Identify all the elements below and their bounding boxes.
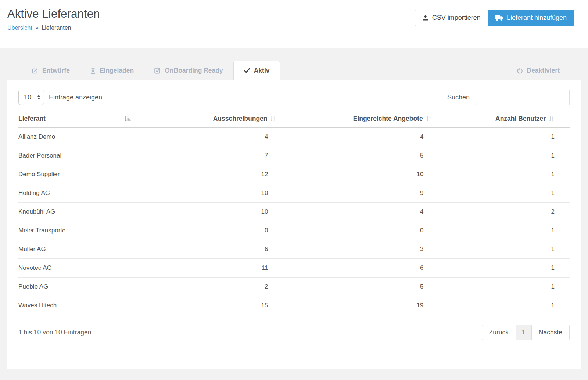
page-length-select[interactable]: 10 — [18, 90, 44, 105]
tenders-cell: 0 — [131, 221, 276, 240]
breadcrumb-separator: » — [35, 25, 39, 31]
offers-cell: 6 — [276, 259, 431, 278]
title-block: Aktive Lieferanten Übersicht » Lieferant… — [7, 7, 100, 48]
add-supplier-label: Lieferant hinzufügen — [507, 14, 567, 22]
supplier-status-tabs: Entwürfe Eingeladen OnBoarding Ready Akt… — [7, 61, 581, 80]
tab-label: Entwürfe — [42, 67, 70, 75]
offers-cell: 0 — [276, 221, 431, 240]
column-header-ausschreibungen[interactable]: Ausschreibungen — [131, 110, 276, 128]
pagination-page-1[interactable]: 1 — [516, 325, 532, 340]
tab-label: Deaktiviert — [527, 67, 560, 75]
tab-entwuerfe[interactable]: Entwürfe — [22, 61, 80, 80]
check-icon — [244, 68, 250, 73]
users-cell: 1 — [431, 278, 570, 296]
offers-cell: 3 — [276, 240, 431, 259]
tenders-cell: 4 — [131, 128, 276, 146]
table-header-row: Lieferant Ausschreibungen Eingereichte A… — [18, 110, 570, 128]
header-actions: CSV importieren Lieferant hinzufügen — [415, 7, 574, 48]
check-square-icon — [154, 68, 161, 74]
table-row[interactable]: Meier Transporte 0 0 1 — [18, 221, 570, 240]
tenders-cell: 12 — [131, 165, 276, 184]
sort-both-icon — [270, 116, 276, 122]
page-length-group: 10 Einträge anzeigen — [18, 90, 102, 105]
pencil-square-icon — [32, 68, 38, 74]
breadcrumb: Übersicht » Lieferanten — [7, 25, 100, 31]
supplier-name-cell: Demo Supplier — [18, 165, 131, 184]
supplier-name-cell: Holding AG — [18, 184, 131, 203]
tab-eingeladen[interactable]: Eingeladen — [80, 61, 144, 80]
column-header-eingereichte-angebote[interactable]: Eingereichte Angebote — [276, 110, 431, 128]
pagination: Zurück 1 Nächste — [482, 325, 570, 340]
tab-label: Eingeladen — [100, 67, 134, 75]
table-footer: 1 bis 10 von 10 Einträgen Zurück 1 Nächs… — [7, 315, 581, 340]
column-label: Anzahl Benutzer — [495, 115, 546, 122]
truck-icon — [495, 15, 503, 21]
column-header-lieferant[interactable]: Lieferant — [18, 110, 131, 128]
table-row[interactable]: Kneubühl AG 10 4 2 — [18, 203, 570, 221]
power-icon — [517, 68, 523, 74]
search-group: Suchen — [447, 90, 570, 105]
csv-import-button[interactable]: CSV importieren — [415, 10, 488, 26]
users-cell: 1 — [431, 128, 570, 146]
supplier-name-cell: Kneubühl AG — [18, 203, 131, 221]
supplier-name-cell: Waves Hitech — [18, 296, 131, 315]
offers-cell: 4 — [276, 203, 431, 221]
table-row[interactable]: Holding AG 10 9 1 — [18, 184, 570, 203]
table-row[interactable]: Allianz Demo 4 4 1 — [18, 128, 570, 146]
sort-amount-asc-icon — [124, 116, 131, 122]
table-row[interactable]: Waves Hitech 15 19 1 — [18, 296, 570, 315]
tenders-cell: 11 — [131, 259, 276, 278]
pagination-next-button[interactable]: Nächste — [531, 325, 570, 340]
users-cell: 2 — [431, 203, 570, 221]
column-header-anzahl-benutzer[interactable]: Anzahl Benutzer — [431, 110, 570, 128]
tab-deaktiviert[interactable]: Deaktiviert — [506, 61, 581, 80]
tab-aktiv[interactable]: Aktiv — [233, 61, 280, 80]
users-cell: 1 — [431, 146, 570, 165]
entries-info: 1 bis 10 von 10 Einträgen — [18, 329, 91, 336]
column-label: Lieferant — [18, 115, 46, 122]
breadcrumb-link-uebersicht[interactable]: Übersicht — [7, 25, 32, 31]
supplier-name-cell: Allianz Demo — [18, 128, 131, 146]
tenders-cell: 10 — [131, 184, 276, 203]
table-row[interactable]: Müller AG 6 3 1 — [18, 240, 570, 259]
page-length-label: Einträge anzeigen — [49, 94, 102, 101]
stepper-arrows-icon — [37, 95, 40, 100]
table-row[interactable]: Demo Supplier 12 10 1 — [18, 165, 570, 184]
supplier-name-cell: Meier Transporte — [18, 221, 131, 240]
users-cell: 1 — [431, 184, 570, 203]
users-cell: 1 — [431, 165, 570, 184]
offers-cell: 4 — [276, 128, 431, 146]
supplier-name-cell: Müller AG — [18, 240, 131, 259]
supplier-name-cell: Bader Personal — [18, 146, 131, 165]
breadcrumb-current: Lieferanten — [42, 25, 71, 31]
pagination-prev-button[interactable]: Zurück — [482, 325, 516, 340]
search-input[interactable] — [475, 90, 570, 105]
page-header: Aktive Lieferanten Übersicht » Lieferant… — [0, 0, 588, 48]
supplier-name-cell: Novotec AG — [18, 259, 131, 278]
users-cell: 1 — [431, 240, 570, 259]
table-row[interactable]: Pueblo AG 2 5 1 — [18, 278, 570, 296]
suppliers-table: Lieferant Ausschreibungen Eingereichte A… — [18, 110, 570, 315]
tab-onboarding-ready[interactable]: OnBoarding Ready — [144, 61, 233, 80]
users-cell: 1 — [431, 221, 570, 240]
sort-both-icon — [549, 116, 554, 122]
tenders-cell: 15 — [131, 296, 276, 315]
add-supplier-button[interactable]: Lieferant hinzufügen — [488, 10, 574, 26]
column-label: Ausschreibungen — [213, 115, 268, 122]
tenders-cell: 6 — [131, 240, 276, 259]
offers-cell: 19 — [276, 296, 431, 315]
users-cell: 1 — [431, 259, 570, 278]
table-row[interactable]: Bader Personal 7 5 1 — [18, 146, 570, 165]
table-row[interactable]: Novotec AG 11 6 1 — [18, 259, 570, 278]
supplier-name-cell: Pueblo AG — [18, 278, 131, 296]
offers-cell: 9 — [276, 184, 431, 203]
column-label: Eingereichte Angebote — [353, 115, 423, 122]
offers-cell: 5 — [276, 278, 431, 296]
tab-label: OnBoarding Ready — [165, 67, 223, 75]
page-title: Aktive Lieferanten — [7, 7, 100, 21]
offers-cell: 10 — [276, 165, 431, 184]
hourglass-icon — [90, 68, 96, 74]
users-cell: 1 — [431, 296, 570, 315]
search-label: Suchen — [447, 94, 470, 101]
tenders-cell: 10 — [131, 203, 276, 221]
